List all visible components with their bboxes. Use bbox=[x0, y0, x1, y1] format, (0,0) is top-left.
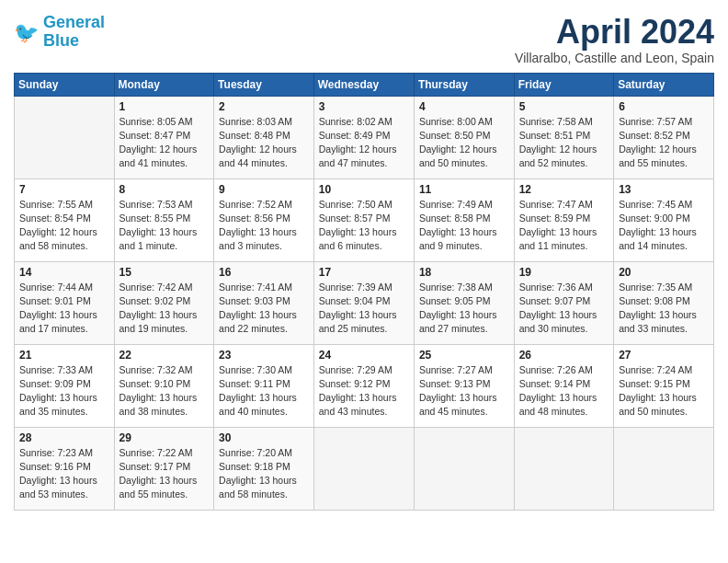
day-info: Sunrise: 7:41 AMSunset: 9:03 PMDaylight:… bbox=[219, 281, 309, 337]
day-info: Sunrise: 8:03 AMSunset: 8:48 PMDaylight:… bbox=[219, 115, 309, 171]
day-number: 11 bbox=[419, 183, 509, 196]
calendar-cell bbox=[614, 427, 714, 510]
day-number: 12 bbox=[519, 183, 609, 196]
day-number: 26 bbox=[519, 349, 609, 362]
calendar-cell: 27Sunrise: 7:24 AMSunset: 9:15 PMDayligh… bbox=[614, 344, 714, 427]
day-number: 14 bbox=[19, 266, 109, 279]
day-number: 17 bbox=[319, 266, 409, 279]
day-number: 16 bbox=[219, 266, 309, 279]
day-info: Sunrise: 7:49 AMSunset: 8:58 PMDaylight:… bbox=[419, 198, 509, 254]
calendar-cell: 6Sunrise: 7:57 AMSunset: 8:52 PMDaylight… bbox=[614, 96, 714, 178]
day-info: Sunrise: 7:42 AMSunset: 9:02 PMDaylight:… bbox=[119, 281, 210, 337]
weekday-header: Thursday bbox=[414, 73, 514, 96]
day-number: 20 bbox=[619, 266, 709, 279]
calendar-cell: 13Sunrise: 7:45 AMSunset: 9:00 PMDayligh… bbox=[614, 178, 714, 261]
day-info: Sunrise: 7:20 AMSunset: 9:18 PMDaylight:… bbox=[219, 446, 309, 502]
day-info: Sunrise: 7:52 AMSunset: 8:56 PMDaylight:… bbox=[219, 198, 309, 254]
calendar-cell bbox=[15, 96, 115, 178]
day-number: 18 bbox=[419, 266, 509, 279]
day-info: Sunrise: 7:22 AMSunset: 9:17 PMDaylight:… bbox=[119, 446, 210, 502]
calendar-cell: 18Sunrise: 7:38 AMSunset: 9:05 PMDayligh… bbox=[414, 261, 514, 344]
day-info: Sunrise: 7:58 AMSunset: 8:51 PMDaylight:… bbox=[519, 115, 609, 171]
calendar-cell: 28Sunrise: 7:23 AMSunset: 9:16 PMDayligh… bbox=[15, 427, 115, 510]
calendar-cell: 24Sunrise: 7:29 AMSunset: 9:12 PMDayligh… bbox=[313, 344, 414, 427]
day-info: Sunrise: 7:23 AMSunset: 9:16 PMDaylight:… bbox=[19, 446, 109, 502]
calendar-cell: 8Sunrise: 7:53 AMSunset: 8:55 PMDaylight… bbox=[114, 178, 214, 261]
day-info: Sunrise: 7:44 AMSunset: 9:01 PMDaylight:… bbox=[19, 281, 109, 337]
day-info: Sunrise: 7:45 AMSunset: 9:00 PMDaylight:… bbox=[619, 198, 709, 254]
week-row: 21Sunrise: 7:33 AMSunset: 9:09 PMDayligh… bbox=[15, 344, 714, 427]
weekday-header: Wednesday bbox=[313, 73, 414, 96]
calendar-cell: 19Sunrise: 7:36 AMSunset: 9:07 PMDayligh… bbox=[514, 261, 614, 344]
calendar-cell: 25Sunrise: 7:27 AMSunset: 9:13 PMDayligh… bbox=[414, 344, 514, 427]
day-info: Sunrise: 7:36 AMSunset: 9:07 PMDaylight:… bbox=[519, 281, 609, 337]
day-number: 13 bbox=[619, 183, 709, 196]
day-number: 2 bbox=[219, 100, 309, 113]
day-number: 24 bbox=[319, 349, 409, 362]
day-info: Sunrise: 7:47 AMSunset: 8:59 PMDaylight:… bbox=[519, 198, 609, 254]
calendar-cell bbox=[514, 427, 614, 510]
calendar-cell bbox=[313, 427, 414, 510]
weekday-header-row: SundayMondayTuesdayWednesdayThursdayFrid… bbox=[15, 73, 714, 96]
day-info: Sunrise: 8:00 AMSunset: 8:50 PMDaylight:… bbox=[419, 115, 509, 171]
weekday-header: Tuesday bbox=[214, 73, 314, 96]
calendar-cell: 23Sunrise: 7:30 AMSunset: 9:11 PMDayligh… bbox=[214, 344, 314, 427]
day-number: 4 bbox=[419, 100, 509, 113]
calendar-cell: 30Sunrise: 7:20 AMSunset: 9:18 PMDayligh… bbox=[214, 427, 314, 510]
day-info: Sunrise: 7:29 AMSunset: 9:12 PMDaylight:… bbox=[319, 363, 409, 419]
calendar-cell: 29Sunrise: 7:22 AMSunset: 9:17 PMDayligh… bbox=[114, 427, 214, 510]
calendar-cell: 3Sunrise: 8:02 AMSunset: 8:49 PMDaylight… bbox=[313, 96, 414, 178]
calendar-cell: 4Sunrise: 8:00 AMSunset: 8:50 PMDaylight… bbox=[414, 96, 514, 178]
calendar-cell: 9Sunrise: 7:52 AMSunset: 8:56 PMDaylight… bbox=[214, 178, 314, 261]
day-number: 27 bbox=[619, 349, 709, 362]
day-info: Sunrise: 7:27 AMSunset: 9:13 PMDaylight:… bbox=[419, 363, 509, 419]
logo: 🐦 General Blue bbox=[14, 14, 105, 51]
calendar-table: SundayMondayTuesdayWednesdayThursdayFrid… bbox=[14, 73, 714, 511]
day-number: 19 bbox=[519, 266, 609, 279]
logo-icon: 🐦 bbox=[14, 19, 40, 45]
day-info: Sunrise: 8:05 AMSunset: 8:47 PMDaylight:… bbox=[119, 115, 210, 171]
day-number: 7 bbox=[19, 183, 109, 196]
calendar-cell: 5Sunrise: 7:58 AMSunset: 8:51 PMDaylight… bbox=[514, 96, 614, 178]
day-number: 22 bbox=[119, 349, 210, 362]
location: Villaralbo, Castille and Leon, Spain bbox=[515, 51, 714, 65]
day-info: Sunrise: 7:35 AMSunset: 9:08 PMDaylight:… bbox=[619, 281, 709, 337]
week-row: 1Sunrise: 8:05 AMSunset: 8:47 PMDaylight… bbox=[15, 96, 714, 178]
day-info: Sunrise: 7:38 AMSunset: 9:05 PMDaylight:… bbox=[419, 281, 509, 337]
day-number: 15 bbox=[119, 266, 210, 279]
day-info: Sunrise: 7:24 AMSunset: 9:15 PMDaylight:… bbox=[619, 363, 709, 419]
calendar-cell: 14Sunrise: 7:44 AMSunset: 9:01 PMDayligh… bbox=[15, 261, 115, 344]
weekday-header: Saturday bbox=[614, 73, 714, 96]
calendar-cell: 20Sunrise: 7:35 AMSunset: 9:08 PMDayligh… bbox=[614, 261, 714, 344]
day-number: 21 bbox=[19, 349, 109, 362]
day-info: Sunrise: 7:39 AMSunset: 9:04 PMDaylight:… bbox=[319, 281, 409, 337]
logo-line2: Blue bbox=[43, 32, 105, 51]
calendar-cell: 10Sunrise: 7:50 AMSunset: 8:57 PMDayligh… bbox=[313, 178, 414, 261]
day-info: Sunrise: 7:30 AMSunset: 9:11 PMDaylight:… bbox=[219, 363, 309, 419]
week-row: 14Sunrise: 7:44 AMSunset: 9:01 PMDayligh… bbox=[15, 261, 714, 344]
day-number: 29 bbox=[119, 431, 210, 444]
day-number: 30 bbox=[219, 431, 309, 444]
day-info: Sunrise: 7:26 AMSunset: 9:14 PMDaylight:… bbox=[519, 363, 609, 419]
header: 🐦 General Blue April 2024 Villaralbo, Ca… bbox=[14, 14, 714, 65]
day-info: Sunrise: 7:55 AMSunset: 8:54 PMDaylight:… bbox=[19, 198, 109, 254]
calendar-cell: 21Sunrise: 7:33 AMSunset: 9:09 PMDayligh… bbox=[15, 344, 115, 427]
day-info: Sunrise: 8:02 AMSunset: 8:49 PMDaylight:… bbox=[319, 115, 409, 171]
day-number: 23 bbox=[219, 349, 309, 362]
calendar-cell bbox=[414, 427, 514, 510]
weekday-header: Sunday bbox=[15, 73, 115, 96]
weekday-header: Friday bbox=[514, 73, 614, 96]
weekday-header: Monday bbox=[114, 73, 214, 96]
calendar-cell: 2Sunrise: 8:03 AMSunset: 8:48 PMDaylight… bbox=[214, 96, 314, 178]
calendar-cell: 11Sunrise: 7:49 AMSunset: 8:58 PMDayligh… bbox=[414, 178, 514, 261]
day-number: 9 bbox=[219, 183, 309, 196]
day-info: Sunrise: 7:33 AMSunset: 9:09 PMDaylight:… bbox=[19, 363, 109, 419]
calendar-cell: 16Sunrise: 7:41 AMSunset: 9:03 PMDayligh… bbox=[214, 261, 314, 344]
calendar-cell: 15Sunrise: 7:42 AMSunset: 9:02 PMDayligh… bbox=[114, 261, 214, 344]
day-number: 25 bbox=[419, 349, 509, 362]
day-number: 1 bbox=[119, 100, 210, 113]
day-info: Sunrise: 7:32 AMSunset: 9:10 PMDaylight:… bbox=[119, 363, 210, 419]
logo-text: General Blue bbox=[43, 14, 105, 51]
day-number: 3 bbox=[319, 100, 409, 113]
calendar-cell: 17Sunrise: 7:39 AMSunset: 9:04 PMDayligh… bbox=[313, 261, 414, 344]
